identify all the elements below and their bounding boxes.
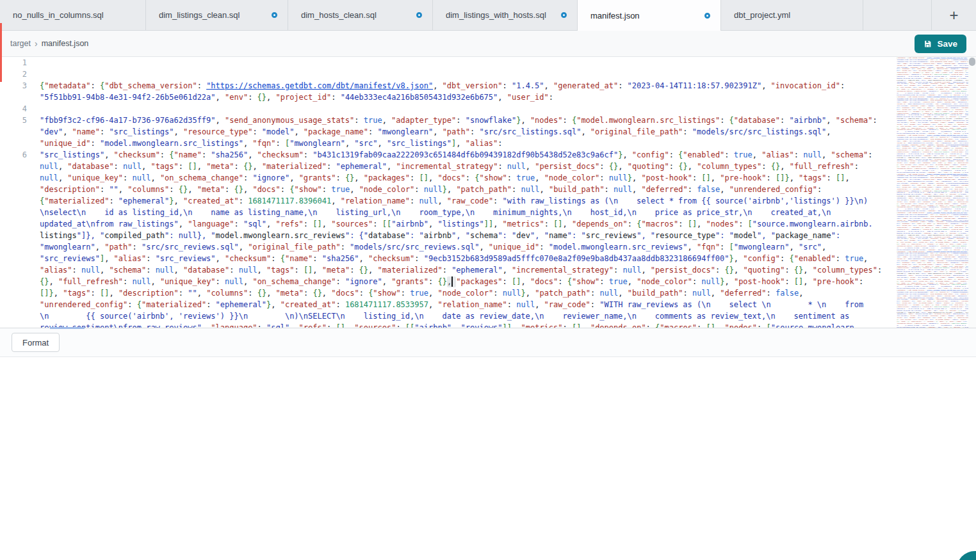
line-number <box>0 299 35 310</box>
code-text: "src_listings", "checksum": {"name": "sh… <box>35 149 897 161</box>
code-row[interactable]: 3{"metadata": {"dbt_schema_version": "ht… <box>0 80 897 92</box>
code-text: {}, "full_refresh": null, "unique_key": … <box>35 276 897 287</box>
line-number[interactable]: 4 <box>0 103 35 115</box>
code-text: "mwonglearn", "path": "src/src_reviews.s… <box>35 241 897 253</box>
line-number[interactable]: 6 <box>0 149 35 161</box>
tab-label: dim_hosts_clean.sql <box>301 10 377 20</box>
line-number[interactable]: 2 <box>0 68 35 80</box>
tab-no_nulls_in_columns-sql[interactable]: no_nulls_in_columns.sql <box>0 0 146 30</box>
tab-bar-filler <box>863 0 932 30</box>
tab-label: no_nulls_in_columns.sql <box>13 10 104 20</box>
line-number <box>0 207 35 218</box>
code-row[interactable]: 5"fbb9f3c2-cf96-4a17-b736-976a62d35ff9",… <box>0 115 897 126</box>
code-row[interactable]: "alias": null, "schema": null, "database… <box>0 264 897 276</box>
tab-bar: no_nulls_in_columns.sqldim_listings_clea… <box>0 0 976 31</box>
code-row[interactable]: \n {{ source('airbnb', 'reviews') }}\n \… <box>0 310 897 322</box>
code-text: updated_at\nfrom raw_listings", "languag… <box>35 218 897 230</box>
unsaved-changes-dot-icon[interactable] <box>561 12 567 18</box>
unsaved-changes-dot-icon[interactable] <box>704 13 710 19</box>
code-text: review_sentiment\nfrom raw_reviews", "la… <box>35 322 897 328</box>
code-text: \n {{ source('airbnb', 'reviews') }}\n \… <box>35 310 897 322</box>
line-number <box>0 230 35 241</box>
line-number <box>0 218 35 230</box>
format-button[interactable]: Format <box>12 333 60 352</box>
code-text: []}, "tags": [], "description": "", "col… <box>35 287 897 299</box>
line-number <box>0 195 35 207</box>
code-row[interactable]: "mwonglearn", "path": "src/src_reviews.s… <box>0 241 897 253</box>
code-text: "unique_id": "model.mwonglearn.src_listi… <box>35 138 897 149</box>
code-row[interactable]: "5f51bb91-94b8-4e31-94f2-26b5e061d22a", … <box>0 92 897 103</box>
code-row[interactable]: "dev", "name": "src_listings", "resource… <box>0 126 897 138</box>
code-row[interactable]: "description": "", "columns": {}, "meta"… <box>0 184 897 195</box>
new-tab-plus-icon[interactable]: + <box>949 8 958 23</box>
code-editor[interactable]: 123{"metadata": {"dbt_schema_version": "… <box>0 57 976 328</box>
line-number <box>0 310 35 322</box>
code-text: "5f51bb91-94b8-4e31-94f2-26b5e061d22a", … <box>35 92 897 103</box>
new-tab-area: + <box>932 0 976 30</box>
editor-scrollbar[interactable] <box>968 57 976 328</box>
code-text: "fbb9f3c2-cf96-4a17-b736-976a62d35ff9", … <box>35 115 897 126</box>
pane-resize-handle[interactable] <box>50 327 85 329</box>
tab-dim_listings_with_hosts-sql[interactable]: dim_listings_with_hosts.sql <box>433 0 578 30</box>
tab-label: manifest.json <box>590 11 640 20</box>
line-number <box>0 276 35 287</box>
line-number <box>0 184 35 195</box>
line-number[interactable]: 1 <box>0 57 35 68</box>
code-text: null, "database": null, "tags": [], "met… <box>35 161 897 172</box>
minimap-content: {"metadata": {"dbt_schema_version": "htt… <box>897 57 968 328</box>
code-row[interactable]: 1 <box>0 57 897 68</box>
code-row[interactable]: review_sentiment\nfrom raw_reviews", "la… <box>0 322 897 328</box>
code-text: listings"]}, "compiled_path": null}, "mo… <box>35 230 897 241</box>
save-button[interactable]: Save <box>915 35 966 53</box>
tab-label: dim_listings_clean.sql <box>159 10 240 20</box>
line-number[interactable]: 5 <box>0 115 35 126</box>
unsaved-changes-dot-icon[interactable] <box>416 12 422 18</box>
line-number <box>0 161 35 172</box>
code-text: "src_reviews"], "alias": "src_reviews", … <box>35 253 897 264</box>
breadcrumb: target › manifest.json <box>10 38 88 49</box>
code-row[interactable]: 2 <box>0 68 897 80</box>
code-text: \nselect\n id as listing_id,\n name as l… <box>35 207 897 218</box>
unsaved-changes-dot-icon[interactable] <box>272 12 277 18</box>
line-number <box>0 253 35 264</box>
line-number <box>0 322 35 328</box>
code-row[interactable]: 6"src_listings", "checksum": {"name": "s… <box>0 149 897 161</box>
code-text <box>35 68 897 80</box>
code-text: "dev", "name": "src_listings", "resource… <box>35 126 897 138</box>
line-number <box>0 264 35 276</box>
code-row[interactable]: listings"]}, "compiled_path": null}, "mo… <box>0 230 897 241</box>
line-number <box>0 126 35 138</box>
tab-dim_hosts_clean-sql[interactable]: dim_hosts_clean.sql <box>288 0 433 30</box>
code-text: {"metadata": {"dbt_schema_version": "htt… <box>35 80 897 92</box>
code-row[interactable]: {"materialized": "ephemeral"}, "created_… <box>0 195 897 207</box>
save-button-label: Save <box>937 39 957 49</box>
code-text: {"materialized": "ephemeral"}, "created_… <box>35 195 897 207</box>
code-text: "description": "", "columns": {}, "meta"… <box>35 184 897 195</box>
code-row[interactable]: 4 <box>0 103 897 115</box>
tab-dbt_project-yml[interactable]: dbt_project.yml <box>721 0 863 30</box>
line-number <box>0 287 35 299</box>
code-row[interactable]: "unrendered_config": {"materialized": "e… <box>0 299 897 310</box>
line-number[interactable]: 3 <box>0 80 35 92</box>
minimap[interactable]: {"metadata": {"dbt_schema_version": "htt… <box>897 57 968 328</box>
code-text: "unrendered_config": {"materialized": "e… <box>35 299 897 310</box>
code-text <box>35 103 897 115</box>
line-number <box>0 241 35 253</box>
code-row[interactable]: \nselect\n id as listing_id,\n name as l… <box>0 207 897 218</box>
code-row[interactable]: updated_at\nfrom raw_listings", "languag… <box>0 218 897 230</box>
breadcrumb-folder: target <box>10 39 31 48</box>
breadcrumb-file: manifest.json <box>42 39 89 48</box>
tab-manifest-json[interactable]: manifest.json <box>578 0 721 31</box>
code-row[interactable]: "src_reviews"], "alias": "src_reviews", … <box>0 253 897 264</box>
code-row[interactable]: null, "database": null, "tags": [], "met… <box>0 161 897 172</box>
line-number <box>0 172 35 184</box>
tab-dim_listings_clean-sql[interactable]: dim_listings_clean.sql <box>146 0 288 30</box>
editor-scrollbar-thumb[interactable] <box>969 58 975 66</box>
line-number <box>0 138 35 149</box>
line-number <box>0 92 35 103</box>
code-row[interactable]: null, "unique_key": null, "on_schema_cha… <box>0 172 897 184</box>
code-row[interactable]: []}, "tags": [], "description": "", "col… <box>0 287 897 299</box>
code-row[interactable]: "unique_id": "model.mwonglearn.src_listi… <box>0 138 897 149</box>
results-pane <box>0 357 976 559</box>
tab-label: dbt_project.yml <box>734 10 790 20</box>
